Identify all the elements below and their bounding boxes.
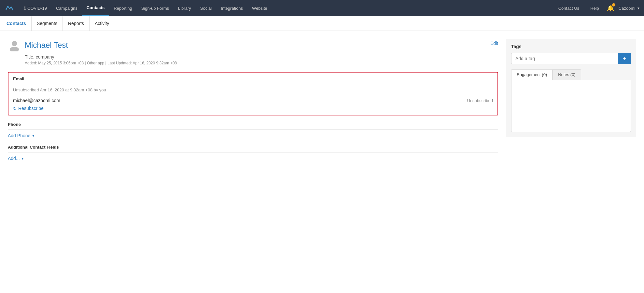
nav-right: Contact Us Help 🔔 Cazoomi ▼ [555,0,640,16]
left-panel: Michael Test Edit Title, company Added: … [8,39,498,167]
contact-title: Title, company [25,54,498,60]
email-address: michael@cazoomi.com [13,98,60,103]
phone-section-title: Phone [8,122,498,130]
contact-meta: Title, company Added: May 25, 2015 3:06p… [25,54,498,65]
main-nav: ℹ COVID-19 Campaigns Contacts Reporting … [20,0,555,16]
phone-section: Phone Add Phone ▼ [8,122,498,138]
additional-fields-title: Additional Contact Fields [8,145,498,153]
top-nav: ℹ COVID-19 Campaigns Contacts Reporting … [0,0,644,16]
notification-badge [612,3,615,7]
email-section-title: Email [13,76,493,84]
contact-header: Michael Test Edit [8,39,498,52]
tab-engagement[interactable]: Engagement (0) [511,69,553,80]
nav-item-library[interactable]: Library [174,0,196,16]
chevron-down-icon: ▼ [637,7,640,10]
nav-item-integrations[interactable]: Integrations [216,0,247,16]
unsubscribed-badge: Unsubscribed [467,98,493,103]
phone-dropdown-arrow: ▼ [32,134,35,138]
subnav-segments[interactable]: Segments [32,16,63,31]
email-row: michael@cazoomi.com Unsubscribed [13,98,493,103]
resubscribe-link[interactable]: ↻ Resubscribe [13,106,493,111]
main-content: Michael Test Edit Title, company Added: … [0,31,644,175]
tab-notes[interactable]: Notes (0) [553,69,581,80]
contact-dates: Added: May 25, 2015 3:06pm +08 | Other a… [25,61,498,65]
subnav-contacts[interactable]: Contacts [7,16,32,31]
notifications-bell[interactable]: 🔔 [607,5,614,12]
nav-item-website[interactable]: Website [247,0,272,16]
nav-item-reporting[interactable]: Reporting [109,0,136,16]
avatar [8,39,21,52]
subnav-reports[interactable]: Reports [63,16,90,31]
add-field-button[interactable]: Add... ▼ [8,156,24,161]
contact-name: Michael Test [25,41,68,50]
nav-item-contacts[interactable]: Contacts [82,0,109,16]
right-panel: Tags + Engagement (0) Notes (0) [506,39,636,167]
tag-input[interactable] [511,53,618,64]
email-section: Email Unsubscribed Apr 16, 2020 at 9:32a… [8,72,498,115]
additional-fields-section: Additional Contact Fields Add... ▼ [8,145,498,161]
svg-point-2 [10,47,19,51]
nav-item-campaigns[interactable]: Campaigns [51,0,82,16]
add-phone-button[interactable]: Add Phone ▼ [8,133,35,138]
resubscribe-icon: ↻ [13,106,17,111]
logo[interactable] [4,3,14,13]
add-field-dropdown-arrow: ▼ [21,157,24,160]
subnav-activity[interactable]: Activity [90,16,114,31]
nav-contact-us[interactable]: Contact Us [555,0,582,16]
nav-item-social[interactable]: Social [196,0,216,16]
nav-item-covid-19[interactable]: ℹ COVID-19 [20,0,51,16]
user-menu[interactable]: Cazoomi ▼ [619,6,640,11]
info-icon: ℹ [24,6,26,11]
tag-input-row: + [511,53,631,64]
tag-add-button[interactable]: + [618,53,631,64]
nav-help[interactable]: Help [587,0,602,16]
tags-title: Tags [511,44,631,49]
engagement-tabs: Engagement (0) Notes (0) [511,69,631,80]
nav-item-signup-forms[interactable]: Sign-up Forms [137,0,174,16]
sub-nav: Contacts Segments Reports Activity [0,16,644,31]
engagement-content [511,80,631,132]
unsubscribed-note: Unsubscribed Apr 16, 2020 at 9:32am +08 … [13,87,493,92]
tags-card: Tags + Engagement (0) Notes (0) [506,39,636,137]
contact-identity: Michael Test [8,39,68,52]
edit-button[interactable]: Edit [490,41,498,46]
svg-point-1 [12,41,17,46]
